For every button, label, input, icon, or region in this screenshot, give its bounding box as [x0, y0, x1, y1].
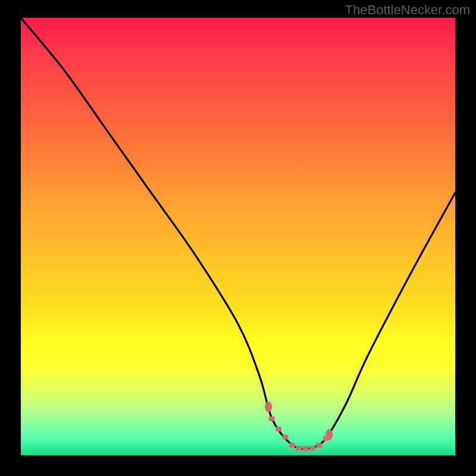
marker-dash — [289, 443, 295, 447]
marker-dash — [275, 427, 281, 431]
marker-dash — [283, 435, 289, 440]
watermark-text: TheBottleNecker.com — [345, 2, 470, 18]
curve-path — [21, 18, 455, 449]
marker-dash — [303, 446, 309, 450]
plot-area — [21, 18, 455, 455]
curve-layer — [21, 18, 455, 455]
chart-container: TheBottleNecker.com — [0, 0, 476, 476]
marker-endcap — [265, 402, 272, 412]
marker-dash — [269, 416, 275, 421]
marker-dash — [309, 446, 315, 450]
marker-dash — [323, 436, 329, 441]
bottleneck-curve — [21, 18, 455, 449]
marker-dash — [316, 443, 322, 447]
marker-dash — [296, 446, 302, 450]
